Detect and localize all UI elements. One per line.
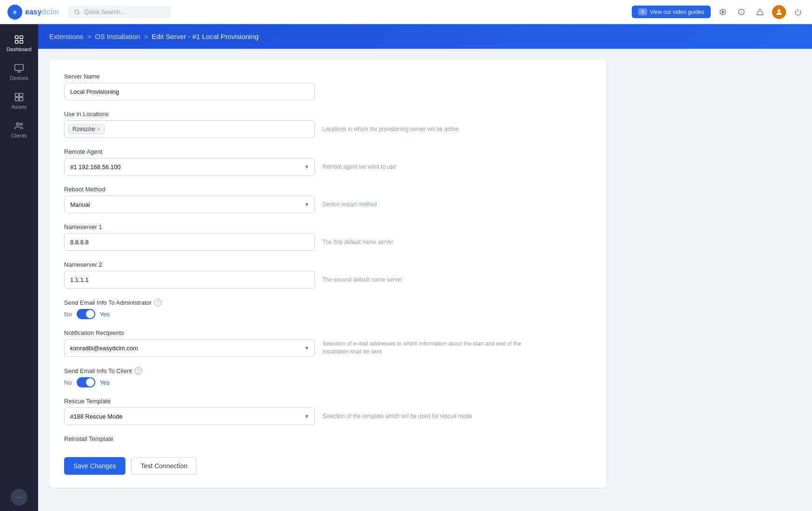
info-icon[interactable] [735, 6, 748, 19]
breadcrumb-current: Edit Server - #1 Local Provisioning [151, 33, 258, 40]
reboot-method-hint: Device restart method [322, 201, 377, 208]
svg-line-1 [79, 13, 80, 14]
rescue-template-select[interactable]: #188 Rescue Mode [64, 407, 315, 425]
rescue-template-row: Rescue Template #188 Rescue Mode ▼ Selec… [64, 398, 592, 425]
send-email-client-toggle[interactable] [77, 377, 95, 387]
server-name-label: Server Name [64, 73, 592, 80]
breadcrumb-sep1: > [87, 33, 91, 40]
rescue-template-field-row: #188 Rescue Mode ▼ Selection of the temp… [64, 407, 592, 425]
form-card: Server Name Use in Locations Rzeszów × L [49, 60, 607, 488]
top-nav: e easydcim Quick Search... ✕ View our vi… [0, 0, 812, 24]
notification-recipients-row: Notification Recipients konradbi@easydci… [64, 329, 592, 357]
reboot-method-select[interactable]: Manual IPMI PDU [64, 196, 315, 213]
breadcrumb: Extensions > OS Installation > Edit Serv… [49, 33, 801, 40]
search-placeholder: Quick Search... [84, 8, 125, 15]
send-email-admin-yes-label: Yes [100, 311, 110, 318]
notification-recipients-select-wrap: konradbi@easydcim.com ▼ [64, 339, 315, 357]
server-name-row: Server Name [64, 73, 592, 100]
nameserver2-row: Nameserver 2 The second default name ser… [64, 261, 592, 288]
send-email-client-toggle-row: No Yes [64, 377, 592, 387]
send-email-admin-toggle-row: No Yes [64, 309, 592, 319]
sidebar-item-devices[interactable]: Devices [3, 59, 35, 85]
svg-rect-13 [15, 40, 18, 43]
svg-rect-18 [15, 93, 19, 97]
nameserver2-input[interactable] [64, 271, 315, 288]
page-body: Server Name Use in Locations Rzeszów × L [38, 49, 812, 511]
clients-icon [14, 121, 24, 131]
reboot-method-field-row: Manual IPMI PDU ▼ Device restart method [64, 196, 592, 213]
test-connection-button[interactable]: Test Connection [131, 457, 197, 475]
toggle-thumb-client [86, 378, 94, 387]
send-email-admin-toggle[interactable] [77, 309, 95, 319]
sidebar: Dashboard Devices Assets Clients ··· [0, 24, 38, 511]
more-dots-icon: ··· [16, 493, 22, 501]
sidebar-item-dashboard[interactable]: Dashboard [3, 30, 35, 57]
dashboard-icon [14, 34, 24, 45]
save-changes-button[interactable]: Save Changes [64, 457, 125, 475]
svg-rect-21 [20, 98, 23, 101]
sidebar-item-clients[interactable]: Clients [3, 116, 35, 143]
location-tag-remove[interactable]: × [97, 126, 101, 133]
breadcrumb-bar: Extensions > OS Installation > Edit Serv… [38, 24, 812, 49]
svg-point-22 [17, 123, 20, 126]
logo: e easydcim [7, 5, 59, 20]
server-name-input[interactable] [64, 83, 315, 100]
svg-marker-3 [722, 11, 724, 13]
svg-rect-12 [20, 36, 23, 39]
toggle-thumb [86, 310, 94, 318]
nameserver1-hint: The first default name server [322, 239, 393, 245]
reboot-method-select-wrap: Manual IPMI PDU ▼ [64, 196, 315, 213]
send-email-client-label: Send Email Info To Client ? [64, 367, 592, 374]
sidebar-assets-label: Assets [11, 104, 26, 110]
breadcrumb-extensions[interactable]: Extensions [49, 33, 83, 40]
video-guide-close[interactable]: ✕ [638, 8, 647, 15]
alert-icon[interactable] [753, 6, 766, 19]
nameserver1-label: Nameserver 1 [64, 223, 592, 230]
reinstall-template-row: Reinstall Template [64, 435, 592, 442]
locations-field-row: Rzeszów × Locations in which the provisi… [64, 120, 592, 138]
logo-icon: e [7, 5, 22, 20]
nameserver1-row: Nameserver 1 The first default name serv… [64, 223, 592, 251]
nameserver1-field-row: The first default name server [64, 233, 592, 251]
remote-agent-select[interactable]: #1 192.168.56.100 [64, 158, 315, 176]
avatar[interactable] [772, 5, 786, 19]
nameserver1-input[interactable] [64, 233, 315, 251]
sidebar-item-assets[interactable]: Assets [3, 87, 35, 114]
send-email-client-yes-label: Yes [100, 379, 110, 386]
rescue-template-label: Rescue Template [64, 398, 592, 405]
reinstall-template-label: Reinstall Template [64, 435, 592, 442]
svg-point-9 [778, 9, 780, 12]
video-guide-button[interactable]: ✕ View our video guides [632, 6, 711, 18]
svg-rect-15 [15, 65, 23, 71]
assets-icon [14, 92, 24, 102]
logo-text: easydcim [25, 8, 59, 16]
remote-agent-row: Remote Agent #1 192.168.56.100 ▼ Remote … [64, 148, 592, 176]
remote-agent-select-wrap: #1 192.168.56.100 ▼ [64, 158, 315, 176]
send-email-client-row: Send Email Info To Client ? No Yes [64, 367, 592, 387]
play-icon[interactable] [716, 6, 729, 19]
main-content: Extensions > OS Installation > Edit Serv… [38, 24, 812, 511]
video-guide-label: View our video guides [650, 9, 704, 15]
remote-agent-hint: Remote agent we want to use [322, 164, 396, 170]
location-tag: Rzeszów × [68, 124, 105, 134]
notification-recipients-label: Notification Recipients [64, 329, 592, 336]
locations-tags-input[interactable]: Rzeszów × [64, 120, 315, 138]
app-body: Dashboard Devices Assets Clients ··· Ext… [0, 24, 812, 511]
send-email-admin-help-icon[interactable]: ? [154, 299, 162, 306]
power-icon[interactable] [792, 6, 805, 19]
send-email-admin-no-label: No [64, 311, 72, 318]
notification-recipients-hint: Selection of e-mail addresses to which i… [322, 340, 545, 356]
rescue-template-select-wrap: #188 Rescue Mode ▼ [64, 407, 315, 425]
svg-point-23 [20, 123, 22, 125]
svg-rect-14 [20, 40, 23, 43]
reboot-method-label: Reboot Method [64, 186, 592, 193]
locations-label: Use in Locations [64, 111, 592, 118]
sidebar-more-button[interactable]: ··· [11, 489, 27, 505]
send-email-client-no-label: No [64, 379, 72, 386]
send-email-client-help-icon[interactable]: ? [135, 367, 142, 374]
search-icon [74, 9, 80, 15]
breadcrumb-os-installation[interactable]: OS Installation [95, 33, 140, 40]
search-bar[interactable]: Quick Search... [68, 6, 170, 18]
notification-recipients-select[interactable]: konradbi@easydcim.com [64, 339, 315, 357]
remote-agent-label: Remote Agent [64, 148, 592, 155]
